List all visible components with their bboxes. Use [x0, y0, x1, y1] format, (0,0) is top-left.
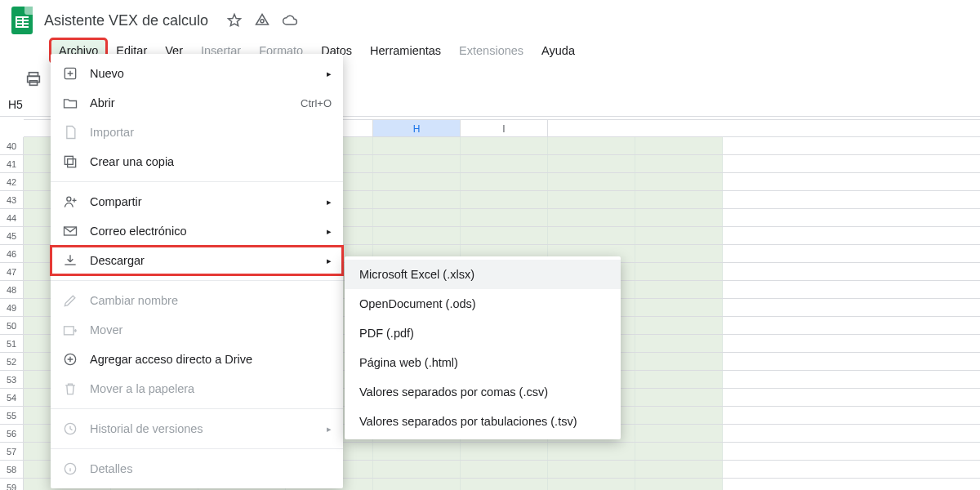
cell[interactable]	[373, 155, 461, 172]
print-icon[interactable]	[24, 70, 42, 88]
cell[interactable]	[548, 227, 635, 244]
archivo-versions: Historial de versiones▸	[51, 414, 343, 443]
download-csv[interactable]: Valores separados por comas (.csv)	[345, 377, 621, 407]
archivo-shortcut[interactable]: Agregar acceso directo a Drive	[51, 345, 343, 374]
column-header[interactable]: I	[461, 120, 548, 136]
move-to-drive-icon[interactable]	[254, 12, 270, 29]
cell[interactable]	[373, 209, 461, 226]
download-ods[interactable]: OpenDocument (.ods)	[345, 289, 621, 318]
cell[interactable]	[373, 227, 461, 244]
row-header[interactable]: 41	[0, 155, 24, 172]
cell[interactable]	[461, 227, 548, 244]
cell[interactable]	[548, 479, 635, 490]
cell[interactable]	[548, 155, 635, 172]
chevron-right-icon: ▸	[327, 256, 332, 266]
cell[interactable]	[635, 461, 723, 478]
cell[interactable]	[635, 299, 723, 316]
cell[interactable]	[461, 443, 548, 460]
row-header[interactable]: 58	[0, 461, 24, 478]
cell[interactable]	[635, 137, 723, 154]
menu-extensiones[interactable]: Extensiones	[451, 39, 532, 62]
cell[interactable]	[635, 335, 723, 352]
menu-ayuda[interactable]: Ayuda	[533, 39, 583, 62]
cell[interactable]	[373, 173, 461, 190]
cell[interactable]	[635, 281, 723, 298]
row-header[interactable]: 44	[0, 209, 24, 226]
cell[interactable]	[635, 155, 723, 172]
name-box[interactable]: H5	[3, 96, 28, 113]
row-header[interactable]: 43	[0, 191, 24, 208]
row-header[interactable]: 46	[0, 245, 24, 262]
cell[interactable]	[461, 461, 548, 478]
download-pdf[interactable]: PDF (.pdf)	[345, 318, 621, 348]
archivo-compartir[interactable]: Compartir▸	[51, 187, 343, 216]
cell[interactable]	[635, 479, 723, 490]
cell[interactable]	[373, 137, 461, 154]
cell[interactable]	[461, 173, 548, 190]
star-icon[interactable]	[226, 12, 243, 29]
archivo-copia[interactable]: Crear una copia	[51, 147, 343, 176]
cell[interactable]	[373, 443, 461, 460]
cell[interactable]	[548, 461, 635, 478]
cell[interactable]	[373, 461, 461, 478]
row-header[interactable]: 42	[0, 173, 24, 190]
row-header[interactable]: 40	[0, 137, 24, 154]
menu-item-label: Historial de versiones	[90, 422, 203, 435]
cell[interactable]	[548, 209, 635, 226]
cell[interactable]	[635, 443, 723, 460]
archivo-descargar[interactable]: Descargar▸	[51, 246, 343, 275]
cell[interactable]	[635, 389, 723, 406]
cell[interactable]	[635, 245, 723, 262]
row-header[interactable]: 51	[0, 335, 24, 352]
menu-item-label: Compartir	[90, 195, 142, 208]
cell[interactable]	[635, 263, 723, 280]
document-title[interactable]: Asistente VEX de calculo	[44, 12, 208, 29]
cell[interactable]	[635, 353, 723, 370]
menu-item-label: Abrir	[90, 96, 115, 109]
row-header[interactable]: 45	[0, 227, 24, 244]
cell[interactable]	[635, 425, 723, 442]
row-header[interactable]: 53	[0, 371, 24, 388]
cell[interactable]	[548, 137, 635, 154]
row-header[interactable]: 54	[0, 389, 24, 406]
cell[interactable]	[461, 191, 548, 208]
row-header[interactable]: 59	[0, 479, 24, 490]
row-header[interactable]: 52	[0, 353, 24, 370]
row-header[interactable]: 49	[0, 299, 24, 316]
archivo-nuevo[interactable]: Nuevo▸	[51, 59, 343, 88]
sheets-logo	[7, 5, 38, 36]
download-tsv[interactable]: Valores separados por tabulaciones (.tsv…	[345, 407, 621, 436]
row-header[interactable]: 47	[0, 263, 24, 280]
cell[interactable]	[635, 227, 723, 244]
cell[interactable]	[635, 209, 723, 226]
cell[interactable]	[373, 479, 461, 490]
cloud-status-icon[interactable]	[282, 12, 298, 29]
menu-item-label: Crear una copia	[90, 155, 174, 168]
archivo-trash: Mover a la papelera	[51, 374, 343, 403]
menu-herramientas[interactable]: Herramientas	[362, 39, 449, 62]
cell[interactable]	[548, 191, 635, 208]
cell[interactable]	[635, 191, 723, 208]
cell[interactable]	[461, 479, 548, 490]
archivo-abrir[interactable]: AbrirCtrl+O	[51, 88, 343, 118]
svg-rect-6	[65, 156, 73, 164]
cell[interactable]	[373, 191, 461, 208]
cell[interactable]	[461, 155, 548, 172]
download-xlsx[interactable]: Microsoft Excel (.xlsx)	[345, 260, 621, 289]
cell[interactable]	[548, 173, 635, 190]
column-header[interactable]: H	[373, 120, 461, 136]
cell[interactable]	[461, 209, 548, 226]
cell[interactable]	[635, 317, 723, 334]
row-header[interactable]: 57	[0, 443, 24, 460]
row-header[interactable]: 55	[0, 407, 24, 424]
row-header[interactable]: 50	[0, 317, 24, 334]
row-header[interactable]: 48	[0, 281, 24, 298]
cell[interactable]	[635, 407, 723, 424]
archivo-correo[interactable]: Correo electrónico▸	[51, 216, 343, 246]
download-html[interactable]: Página web (.html)	[345, 348, 621, 377]
cell[interactable]	[635, 371, 723, 388]
cell[interactable]	[635, 173, 723, 190]
row-header[interactable]: 56	[0, 425, 24, 442]
cell[interactable]	[461, 137, 548, 154]
cell[interactable]	[548, 443, 635, 460]
